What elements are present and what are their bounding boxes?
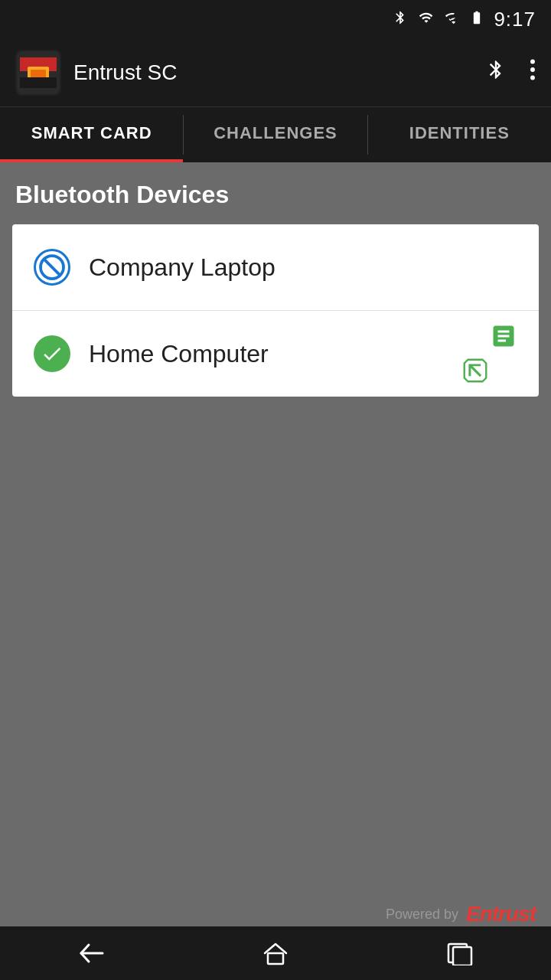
wifi-status-icon [417,10,435,29]
home-button[interactable] [239,932,312,975]
toolbar: Entrust SC [0,38,551,107]
signal-status-icon [445,9,460,30]
svg-line-11 [470,365,481,376]
section-title: Bluetooth Devices [12,181,539,209]
company-laptop-name: Company Laptop [89,253,276,282]
battery-status-icon [469,9,484,30]
nav-bar [0,926,551,980]
recents-button[interactable] [422,933,496,973]
app-icon [15,50,61,96]
svg-point-6 [530,67,535,72]
home-computer-status-icon [34,335,70,372]
tab-identities[interactable]: IDENTITIES [368,107,551,162]
bluetooth-button[interactable] [485,59,507,86]
tabs: SMART CARD CHALLENGES IDENTITIES [0,107,551,162]
bluetooth-status-icon [393,8,408,31]
status-time: 9:17 [494,8,536,31]
more-options-button[interactable] [530,59,536,86]
status-icons: 9:17 [393,8,536,31]
svg-line-9 [44,259,60,275]
tab-challenges[interactable]: CHALLENGES [184,107,367,162]
back-button[interactable] [55,934,129,972]
brand-logo: Entrust [466,902,536,926]
tab-smart-card[interactable]: SMART CARD [0,107,183,162]
main-content: Bluetooth Devices Company Laptop Home Co… [0,162,551,415]
company-laptop-status-icon [34,249,70,286]
app-title: Entrust SC [73,60,485,85]
device-item-company-laptop[interactable]: Company Laptop [12,224,539,311]
svg-point-5 [530,60,535,64]
toolbar-actions [485,59,536,86]
status-bar: 9:17 [0,0,551,38]
powered-by-text: Powered by [386,906,458,923]
svg-rect-4 [20,77,57,88]
home-computer-name: Home Computer [89,340,269,368]
svg-rect-13 [268,953,283,964]
svg-rect-15 [453,947,471,965]
device-list: Company Laptop Home Computer [12,224,539,397]
device-item-home-computer[interactable]: Home Computer [12,311,539,397]
powered-by: Powered by Entrust [386,902,536,926]
svg-point-7 [530,76,535,80]
home-computer-arrow-icon [490,322,517,385]
